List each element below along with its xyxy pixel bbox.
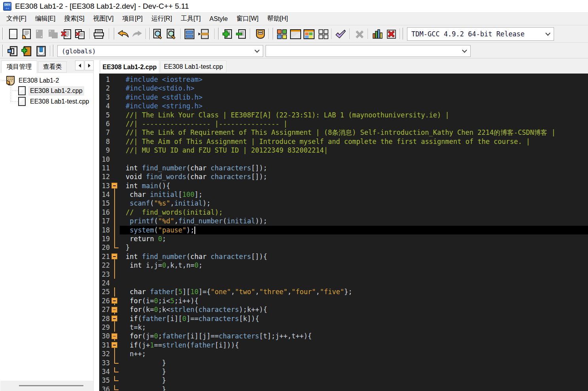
code-line-16[interactable]: 16// find_words(initial); <box>99 208 588 217</box>
code-line-13[interactable]: 13int main(){ <box>99 181 588 190</box>
toolbar-grip[interactable] <box>273 28 274 40</box>
undo-button[interactable] <box>117 28 130 40</box>
goto-bookmark-button[interactable] <box>255 28 266 40</box>
code-line-23[interactable]: 23 <box>99 270 588 279</box>
fold-toggle[interactable] <box>111 297 120 305</box>
tab-project-manager[interactable]: 项目管理 <box>1 60 37 73</box>
syntax-check-button[interactable] <box>335 28 346 40</box>
code-line-30[interactable]: 30 for(j=0;father[i][j]==characters[t];j… <box>99 332 588 340</box>
code-line-20[interactable]: 20} <box>99 243 588 252</box>
code-line-3[interactable]: 3#include <stdlib.h> <box>99 93 588 102</box>
code-line-32[interactable]: 32 n++; <box>99 349 588 358</box>
fold-toggle[interactable] <box>111 314 120 323</box>
code-line-28[interactable]: 28 if(father[i][0]==characters[k]){ <box>99 314 588 323</box>
fold-collapse-icon[interactable] <box>111 183 117 189</box>
hscrollbar-thumb[interactable] <box>19 385 83 386</box>
replace-button[interactable] <box>184 28 195 40</box>
code-line-34[interactable]: 34 } <box>99 367 588 376</box>
code-line-26[interactable]: 26 for(i=0;i<5;i++){ <box>99 297 588 305</box>
find-button[interactable] <box>153 28 164 40</box>
editor-tab-1[interactable]: EE308 Lab1-2.cpp <box>100 60 159 74</box>
insert-button[interactable] <box>222 28 233 40</box>
goto-line-button[interactable] <box>198 28 209 40</box>
menu-item[interactable]: 视图[V] <box>89 13 118 25</box>
class-browser-select[interactable]: (globals) <box>57 45 263 57</box>
editor-tab-2[interactable]: EE308 Lab1-test.cpp <box>160 60 226 73</box>
toolbar-grip[interactable] <box>2 45 4 57</box>
menu-item[interactable]: 编辑[E] <box>31 13 60 25</box>
close-all-button[interactable] <box>74 28 85 40</box>
code-line-19[interactable]: 19 return 0; <box>99 234 588 243</box>
panel-splitter[interactable] <box>94 60 99 391</box>
tree-item-file-2[interactable]: EE308 Lab1-test.cpp <box>0 96 90 107</box>
fold-collapse-icon[interactable] <box>111 253 117 259</box>
profile-analysis-button[interactable] <box>372 28 383 40</box>
code-line-2[interactable]: 2#include<stdio.h> <box>99 84 588 93</box>
toggle-bookmark-button[interactable] <box>236 28 247 40</box>
rebuild-all-button[interactable] <box>318 28 329 40</box>
panel-tab-scroll-left-button[interactable] <box>75 60 84 70</box>
run-button[interactable] <box>290 28 301 40</box>
open-file-button[interactable] <box>21 28 32 40</box>
toolbar-grip[interactable] <box>53 45 54 57</box>
toolbar-grip[interactable] <box>403 28 404 40</box>
fold-toggle[interactable] <box>111 341 120 349</box>
fold-toggle[interactable] <box>111 181 120 190</box>
code-line-14[interactable]: 14 char initial[100]; <box>99 190 588 199</box>
code-line-6[interactable]: 6//| ----------------- |--------------- … <box>99 119 588 128</box>
code-line-10[interactable]: 10 <box>99 155 588 164</box>
code-line-4[interactable]: 4#include <string.h> <box>99 102 588 110</box>
code-line-1[interactable]: 1#include <iostream> <box>99 75 588 84</box>
tree-root-item[interactable]: EE308 Lab1-2 <box>0 75 59 86</box>
abort-compilation-button[interactable] <box>354 28 365 40</box>
fold-toggle[interactable] <box>111 252 120 261</box>
code-line-18[interactable]: 18 system("pause"); <box>99 226 588 234</box>
fold-collapse-icon[interactable] <box>111 315 117 321</box>
toolbar-grip[interactable] <box>149 28 151 40</box>
new-source-file-button[interactable] <box>8 28 19 40</box>
fold-toggle[interactable] <box>111 305 120 314</box>
menu-item[interactable]: 窗口[W] <box>232 13 263 25</box>
code-line-11[interactable]: 11int find_number(char characters[]); <box>99 164 588 172</box>
code-line-9[interactable]: 9//| MU STU ID and FZU STU ID | 20122349… <box>99 146 588 155</box>
code-line-7[interactable]: 7//| The Link of Requirement of This Ass… <box>99 128 588 137</box>
save-button[interactable] <box>34 28 45 40</box>
code-line-35[interactable]: 35 } <box>99 376 588 385</box>
code-line-5[interactable]: 5//| The Link Your Class | EE308FZ[A] (2… <box>99 111 588 119</box>
code-line-25[interactable]: 25 char father[5][10]={"one","two","thre… <box>99 287 588 296</box>
goto-implementation-button[interactable] <box>36 45 47 57</box>
panel-tab-scroll-right-button[interactable] <box>85 60 94 70</box>
code-line-12[interactable]: 12void find_words(char characters[]); <box>99 172 588 181</box>
compile-button[interactable] <box>276 28 287 40</box>
fold-collapse-icon[interactable] <box>111 298 117 304</box>
code-line-31[interactable]: 31 if(j+1==strlen(father[i])){ <box>99 341 588 349</box>
add-to-project-button[interactable] <box>21 45 32 57</box>
print-button[interactable] <box>93 28 104 40</box>
fold-collapse-icon[interactable] <box>111 307 117 313</box>
delete-profiling-button[interactable] <box>386 28 397 40</box>
menu-item[interactable]: 项目[P] <box>118 13 147 25</box>
close-file-button[interactable] <box>61 28 72 40</box>
fold-collapse-icon[interactable] <box>111 333 117 339</box>
menu-item[interactable]: 搜索[S] <box>60 13 89 25</box>
fold-toggle[interactable] <box>111 332 120 340</box>
toolbar-grip[interactable] <box>218 28 219 40</box>
menu-item[interactable]: 帮助[H] <box>263 13 292 25</box>
redo-button[interactable] <box>130 28 144 40</box>
save-all-button[interactable] <box>48 28 59 40</box>
menu-item[interactable]: 工具[T] <box>176 13 205 25</box>
code-line-21[interactable]: 21int find_number(char characters[]){ <box>99 252 588 261</box>
code-editor[interactable]: 1#include <iostream>2#include<stdio.h>3#… <box>99 74 588 391</box>
compile-and-run-button[interactable] <box>303 28 315 40</box>
toolbar-grip[interactable] <box>114 28 115 40</box>
code-line-15[interactable]: 15 scanf("%s",initial); <box>99 199 588 208</box>
code-line-8[interactable]: 8//| The Aim of This Assignment | Introd… <box>99 137 588 146</box>
code-line-33[interactable]: 33 } <box>99 359 588 367</box>
code-line-27[interactable]: 27 for(k=0;k<strlen(characters);k++){ <box>99 305 588 314</box>
code-line-22[interactable]: 22 int i,j=0,k,t,n=0; <box>99 261 588 270</box>
fold-collapse-icon[interactable] <box>111 342 117 348</box>
goto-declaration-button[interactable] <box>7 45 18 57</box>
code-line-17[interactable]: 17 printf("%d",find_number(initial)); <box>99 217 588 225</box>
member-browser-select[interactable] <box>266 45 471 57</box>
toolbar-grip[interactable] <box>2 28 4 40</box>
